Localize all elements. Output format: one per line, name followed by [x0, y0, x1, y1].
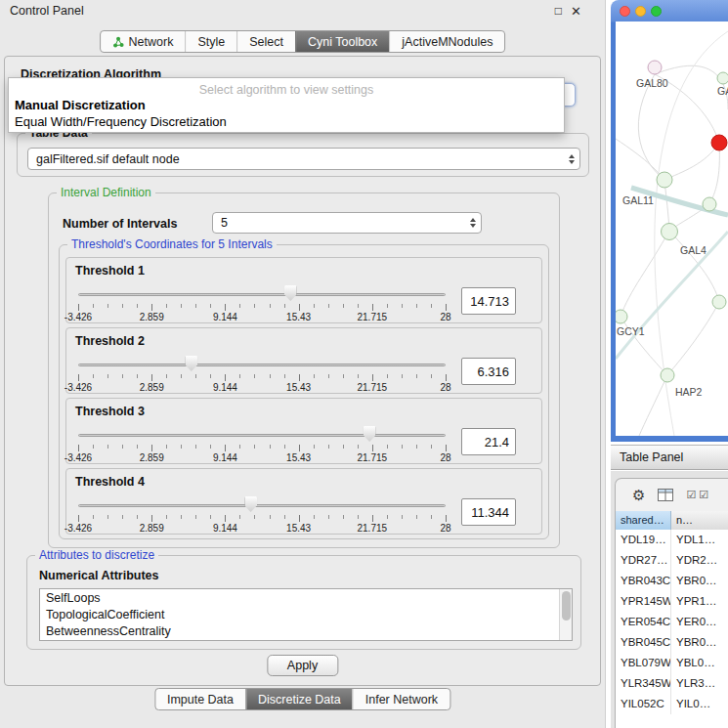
slider-thumb-icon[interactable]: [185, 356, 197, 371]
tick-mark: [107, 445, 108, 449]
network-node[interactable]: [703, 197, 716, 211]
list-item-selfloops[interactable]: SelfLoops: [40, 590, 559, 607]
combo-stepper-icon[interactable]: [564, 149, 579, 169]
threshold-value-input[interactable]: [461, 428, 516, 455]
table-row[interactable]: YLR345WYLR3…: [616, 673, 728, 694]
tick-mark: [284, 374, 285, 378]
table-row[interactable]: YIL052CYIL0…: [616, 694, 728, 714]
threshold-label: Threshold 2: [75, 334, 145, 348]
threshold-slider[interactable]: -3.4262.8599.14415.4321.71528: [76, 492, 448, 532]
tick-mark: [358, 374, 359, 378]
tick-mark: [166, 445, 167, 449]
column-header-name[interactable]: n…: [671, 511, 728, 530]
numerical-attributes-listbox[interactable]: SelfLoopsTopologicalCoefficientBetweenne…: [39, 588, 573, 641]
threshold-slider[interactable]: -3.4262.8599.14415.4321.71528: [76, 281, 448, 321]
combo-stepper-icon[interactable]: [465, 213, 481, 233]
tab-cyni-toolbox[interactable]: Cyni Toolbox: [295, 31, 389, 52]
slider-thumb-icon[interactable]: [244, 496, 257, 512]
tab-discretize-data[interactable]: Discretize Data: [245, 689, 353, 709]
table-row[interactable]: YER054CYER0…: [616, 612, 728, 632]
float-window-button[interactable]: □: [555, 4, 562, 19]
slider-scale-labels: -3.4262.8599.14415.4321.71528: [78, 523, 446, 534]
network-node[interactable]: [657, 172, 672, 188]
scrollbar-thumb[interactable]: [562, 591, 571, 621]
tick-mark: [372, 374, 373, 381]
interval-definition-title: Interval Definition: [57, 186, 155, 199]
slider-groove[interactable]: [78, 364, 446, 366]
table-row[interactable]: YPR145WYPR1…: [616, 591, 728, 612]
slider-thumb-icon[interactable]: [364, 426, 376, 442]
network-node-selected[interactable]: [711, 135, 727, 150]
algorithm-option-equal-width-frequency-discretization[interactable]: Equal Width/Frequency Discretization: [9, 113, 564, 130]
table-row[interactable]: YBL079WYBL0…: [616, 653, 728, 673]
gear-icon[interactable]: ⚙: [632, 487, 645, 504]
thresholds-container: Threshold 1-3.4262.8599.14415.4321.71528…: [65, 257, 542, 538]
tick-mark: [225, 515, 226, 522]
table-row[interactable]: YBR045CYBR0…: [616, 632, 728, 653]
slider-ticks: [78, 304, 446, 311]
close-traffic-light-icon[interactable]: [620, 6, 630, 17]
threshold-slider[interactable]: -3.4262.8599.14415.4321.71528: [76, 352, 448, 391]
tick-mark: [166, 374, 167, 378]
network-node[interactable]: [661, 368, 674, 382]
tab-network[interactable]: Network: [101, 31, 186, 52]
table-toolbar: ⚙ ☑ ☑: [616, 479, 728, 511]
table-row[interactable]: YBR043CYBR0…: [616, 571, 728, 591]
threshold-value-input[interactable]: [461, 287, 516, 315]
list-item-betweennesscentrality[interactable]: BetweennessCentrality: [40, 623, 559, 640]
cell-shared-name: YBR043C: [616, 571, 671, 591]
algorithm-popup: Select algorithm to view settings Manual…: [8, 77, 565, 133]
network-node[interactable]: [648, 61, 662, 74]
tab-select[interactable]: Select: [236, 31, 295, 52]
slider-groove[interactable]: [78, 504, 446, 507]
tab-style[interactable]: Style: [185, 31, 236, 52]
threshold-slider[interactable]: -3.4262.8599.14415.4321.71528: [76, 422, 448, 461]
zoom-traffic-light-icon[interactable]: [651, 6, 662, 17]
slider-groove[interactable]: [78, 293, 446, 296]
close-window-button[interactable]: ✕: [571, 4, 581, 19]
attributes-group: Attributes to discretize Numerical Attri…: [26, 555, 581, 650]
tick-mark: [270, 445, 271, 449]
network-node[interactable]: [616, 310, 627, 323]
apply-button[interactable]: Apply: [267, 655, 338, 676]
network-node[interactable]: [717, 72, 728, 84]
tab-infer-network[interactable]: Infer Network: [353, 689, 450, 709]
threshold-value-input[interactable]: [461, 498, 516, 526]
slider-ticks: [78, 445, 446, 451]
tab-label: Select: [249, 35, 283, 49]
network-node[interactable]: [662, 224, 678, 240]
tick-mark: [387, 445, 388, 449]
network-node[interactable]: [712, 295, 726, 309]
tick-mark: [358, 445, 359, 449]
slider-groove[interactable]: [78, 434, 446, 437]
column-header-shared-name[interactable]: shared…: [616, 511, 671, 530]
table-row[interactable]: YDL19…YDL1…: [616, 530, 728, 550]
tick-mark: [387, 304, 388, 308]
list-item-topologicalcoefficient[interactable]: TopologicalCoefficient: [40, 607, 559, 623]
tick-mark: [137, 304, 138, 308]
checkbox-icon[interactable]: ☑: [686, 489, 696, 501]
table-data-combobox[interactable]: galFiltered.sif default node: [27, 148, 580, 170]
checkbox-icon[interactable]: ☑: [699, 489, 708, 501]
network-canvas[interactable]: GAL80 GA GAL11 GAL4 GCY1 HAP2: [616, 21, 728, 436]
threshold-value-input[interactable]: [461, 358, 516, 385]
slider-scale-labels: -3.4262.8599.14415.4321.71528: [78, 452, 446, 463]
tick-mark: [107, 374, 108, 378]
tick-mark: [107, 515, 108, 519]
slider-thumb-icon[interactable]: [284, 285, 297, 301]
table-data-selected-value: galFiltered.sif default node: [28, 152, 564, 166]
tab-jactivemnodules[interactable]: jActiveMNodules: [389, 31, 504, 52]
table-row[interactable]: YDR27…YDR2…: [616, 550, 728, 571]
node-label: GAL11: [622, 194, 654, 206]
tick-mark: [151, 445, 152, 451]
tick-mark: [328, 374, 329, 378]
cell-name: YER0…: [671, 612, 728, 632]
algorithm-option-manual-discretization[interactable]: Manual Discretization: [9, 97, 564, 113]
number-of-intervals-combobox[interactable]: 5: [212, 212, 482, 234]
columns-icon[interactable]: [658, 489, 673, 501]
list-scrollbar[interactable]: [559, 589, 572, 640]
tick-mark: [137, 374, 138, 378]
minimize-traffic-light-icon[interactable]: [635, 6, 646, 17]
numerical-attributes-items: SelfLoopsTopologicalCoefficientBetweenne…: [40, 590, 559, 640]
tab-impute-data[interactable]: Impute Data: [155, 689, 245, 709]
